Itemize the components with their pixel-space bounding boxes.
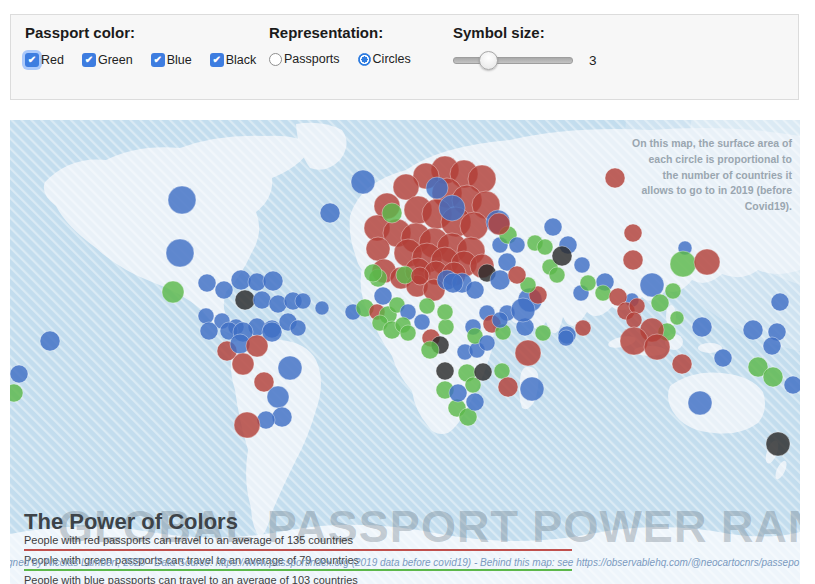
country-circle <box>515 340 541 366</box>
country-circle <box>488 213 510 235</box>
country-circle <box>443 273 463 293</box>
radio-icon[interactable] <box>269 53 282 66</box>
country-circle <box>629 298 645 314</box>
country-circle <box>438 319 454 335</box>
country-circle <box>315 301 329 315</box>
checkbox-icon[interactable]: ✔ <box>210 53 224 67</box>
country-circle <box>508 266 526 284</box>
country-circle <box>439 195 465 221</box>
map-container: On this map, the surface area of each ci… <box>10 120 800 584</box>
country-circle <box>253 291 271 309</box>
country-circle <box>595 285 611 301</box>
checkbox-option-red[interactable]: ✔Red <box>25 53 64 67</box>
country-circle <box>267 386 289 408</box>
country-circle <box>743 320 763 340</box>
representation-heading: Representation: <box>269 24 411 41</box>
checkbox-icon[interactable]: ✔ <box>25 53 39 67</box>
passport-color-group: Passport color: ✔Red✔Green✔Blue✔Black <box>25 24 256 67</box>
map-title: The Power of Colors <box>24 509 238 535</box>
checkbox-option-black[interactable]: ✔Black <box>210 53 257 67</box>
country-circle <box>574 257 590 273</box>
country-circle <box>235 290 255 310</box>
country-circle <box>166 239 194 267</box>
country-circle <box>290 320 306 336</box>
country-circle <box>374 287 392 305</box>
slider-handle-icon[interactable] <box>479 51 498 70</box>
representation-options: PassportsCircles <box>269 53 411 66</box>
country-circle <box>714 349 732 367</box>
country-circle <box>436 362 454 380</box>
country-circle <box>366 237 390 261</box>
passport-color-heading: Passport color: <box>25 24 256 41</box>
country-circle <box>232 353 254 375</box>
country-circle <box>784 376 800 394</box>
country-circle <box>449 384 467 402</box>
checkbox-icon[interactable]: ✔ <box>151 53 165 67</box>
country-circle <box>511 298 535 322</box>
country-circle <box>466 393 484 411</box>
radio-label: Circles <box>373 53 411 66</box>
country-circle <box>162 281 184 303</box>
country-circle <box>382 203 402 223</box>
radio-icon[interactable] <box>358 53 371 66</box>
country-circle <box>168 186 196 214</box>
symbol-size-slider-row: 3 <box>453 53 597 68</box>
country-circle <box>763 367 783 387</box>
country-circle <box>575 320 591 336</box>
country-circle <box>509 237 525 253</box>
country-circle <box>466 281 484 299</box>
country-circle <box>626 312 642 328</box>
country-circle <box>651 294 669 312</box>
radio-option-passports[interactable]: Passports <box>269 53 340 66</box>
country-circle <box>688 391 712 415</box>
country-circle <box>263 271 283 291</box>
country-circle <box>694 249 720 275</box>
country-circle <box>771 293 789 311</box>
country-circle <box>763 337 781 355</box>
slider-value: 3 <box>589 53 597 68</box>
country-circle <box>670 311 684 325</box>
radio-option-circles[interactable]: Circles <box>358 53 411 66</box>
country-circle <box>490 270 510 290</box>
legend-line: People with red passports can travel to … <box>24 534 572 551</box>
symbol-size-slider[interactable] <box>453 57 573 64</box>
checkbox-option-green[interactable]: ✔Green <box>82 53 133 67</box>
country-circle <box>295 293 311 309</box>
country-circle <box>437 304 453 320</box>
country-circle <box>623 250 643 270</box>
country-circle <box>544 218 562 236</box>
country-circle <box>672 354 692 374</box>
country-circle <box>234 412 260 438</box>
checkbox-label: Green <box>98 54 133 67</box>
checkbox-icon[interactable]: ✔ <box>82 53 96 67</box>
legend-line: People with blue passports can travel to… <box>24 574 572 584</box>
checkbox-label: Blue <box>167 54 192 67</box>
country-circle <box>411 267 429 285</box>
country-circle <box>364 264 382 282</box>
country-circle <box>278 356 302 380</box>
country-circle <box>520 377 544 401</box>
country-circle <box>644 334 670 360</box>
country-circle <box>535 325 551 341</box>
country-circle <box>10 365 28 383</box>
country-circle <box>426 177 448 199</box>
country-circle <box>400 325 416 341</box>
country-circle <box>200 322 218 340</box>
country-circle <box>198 274 216 292</box>
country-circle <box>537 239 553 255</box>
symbol-size-heading: Symbol size: <box>453 24 597 41</box>
country-circle <box>665 283 681 299</box>
country-circle <box>419 298 435 314</box>
country-circle <box>549 267 565 283</box>
country-circle <box>624 224 642 242</box>
country-circle <box>620 327 648 355</box>
passport-color-options: ✔Red✔Green✔Blue✔Black <box>25 53 256 67</box>
country-circle <box>246 335 268 357</box>
country-circle <box>320 203 340 223</box>
country-circle <box>198 308 214 324</box>
control-panel: Passport color: ✔Red✔Green✔Blue✔Black Re… <box>10 14 799 100</box>
page: { "controls": { "passport_color": { "lab… <box>0 0 815 584</box>
checkbox-label: Black <box>226 54 257 67</box>
country-circle <box>351 170 375 194</box>
checkbox-option-blue[interactable]: ✔Blue <box>151 53 192 67</box>
